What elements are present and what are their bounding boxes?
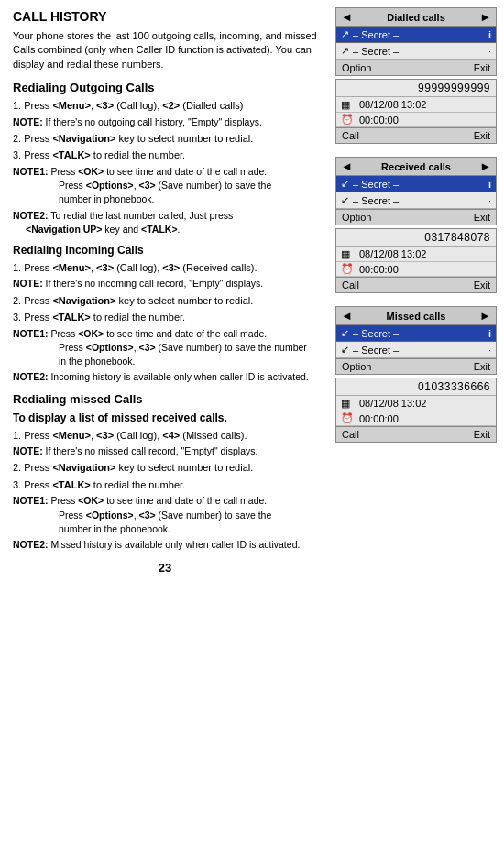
missed-calls-widget: ◄ Missed calls ► ↙ – Secret – i ↙ – Secr… [335, 306, 497, 375]
left-arrow-received[interactable]: ◄ [341, 159, 353, 173]
phone-in-icon-2: ↙ [341, 194, 349, 206]
received-calls-widget: ◄ Received calls ► ↙ – Secret – i ↙ – Se… [335, 157, 497, 225]
dialled-row1-text: – Secret – [353, 29, 399, 40]
calendar-icon-3 [341, 397, 356, 410]
missed-detail-bottom: Call Exit [336, 426, 496, 442]
missed-calls-group: ◄ Missed calls ► ↙ – Secret – i ↙ – Secr… [335, 306, 499, 443]
received-detail-time-row: ⏰ 00:00:00 [336, 262, 496, 277]
section-outgoing: Redialing Outgoing Calls 1. Press <Menu>… [13, 81, 317, 236]
received-bottom-bar: Option Exit [336, 209, 496, 225]
section-incoming: Redialing Incoming Calls 1. Press <Menu>… [13, 244, 317, 385]
step-in-2: 2. Press <Navigation> key to select numb… [13, 293, 317, 309]
dialled-exit[interactable]: Exit [474, 62, 490, 73]
missed-row-selected[interactable]: ↙ – Secret – i [336, 325, 496, 342]
step-ms-1: 1. Press <Menu>, <3> (Call log), <4> (Mi… [13, 428, 317, 444]
missed-detail-exit[interactable]: Exit [474, 429, 490, 440]
note-in-note2: NOTE2: Incoming history is available onl… [13, 370, 317, 384]
info-icon-3: i [488, 328, 491, 339]
received-detail-widget: 0317848078 08/12/08 13:02 ⏰ 00:00:00 Cal… [335, 228, 497, 293]
note-out-1: NOTE: If there's no outgoing call histor… [13, 115, 317, 129]
note-ms-1: NOTE: If there's no missed call record, … [13, 444, 317, 458]
missed-bottom-bar: Option Exit [336, 358, 496, 374]
left-column: CALL HISTORY Your phone stores the last … [0, 0, 330, 593]
dialled-detail-date-row: 08/12/08 13:02 [336, 97, 496, 113]
note-in-1: NOTE: If there's no incoming call record… [13, 277, 317, 290]
calendar-icon-2 [341, 247, 356, 260]
clock-icon-3: ⏰ [341, 412, 356, 424]
dialled-detail-call[interactable]: Call [342, 130, 359, 141]
section-missed: Redialing missed Calls To display a list… [13, 392, 317, 553]
info-icon-2: i [488, 179, 491, 190]
right-arrow-dialled[interactable]: ► [479, 10, 491, 24]
right-arrow-missed[interactable]: ► [479, 309, 491, 323]
received-detail-time: 00:00:00 [359, 264, 399, 275]
section-missed-title: Redialing missed Calls [13, 392, 317, 406]
intro-text: Your phone stores the last 100 outgoing … [13, 29, 317, 71]
missed-option[interactable]: Option [342, 361, 371, 372]
missed-detail-time: 00:00:00 [359, 413, 399, 424]
dialled-row2-text: – Secret – [353, 46, 399, 57]
received-detail-date: 08/12/08 13:02 [359, 248, 426, 259]
missed-calls-label: Missed calls [387, 311, 446, 322]
dot-icon-1: · [488, 46, 491, 57]
dialled-calls-label: Dialled calls [387, 12, 445, 23]
dialled-calls-title-bar: ◄ Dialled calls ► [336, 8, 496, 27]
step-in-1: 1. Press <Menu>, <3> (Call log), <3> (Re… [13, 260, 317, 276]
step-out-1: 1. Press <Menu>, <3> (Call log), <2> (Di… [13, 98, 317, 114]
phone-out-icon-2: ↗ [341, 45, 349, 57]
dialled-bottom-bar: Option Exit [336, 60, 496, 75]
missed-detail-widget: 01033336666 08/12/08 13:02 ⏰ 00:00:00 Ca… [335, 378, 497, 443]
page-number: 23 [13, 561, 317, 584]
missed-row-normal[interactable]: ↙ – Secret – · [336, 342, 496, 358]
received-detail-exit[interactable]: Exit [474, 280, 490, 290]
section-outgoing-title: Redialing Outgoing Calls [13, 81, 317, 94]
missed-row2-text: – Secret – [353, 345, 399, 356]
dialled-detail-date: 08/12/08 13:02 [359, 99, 426, 110]
received-detail-date-row: 08/12/08 13:02 [336, 247, 496, 262]
step-ms-2: 2. Press <Navigation> key to select numb… [13, 460, 317, 476]
right-arrow-received[interactable]: ► [479, 159, 491, 173]
dialled-calls-group: ◄ Dialled calls ► ↗ – Secret – i ↗ – Sec… [335, 7, 499, 144]
note-out-note1: NOTE1: Press <OK> to see time and date o… [13, 165, 317, 207]
right-column: ◄ Dialled calls ► ↗ – Secret – i ↗ – Sec… [330, 0, 504, 593]
dot-icon-3: · [488, 345, 491, 356]
received-detail-call[interactable]: Call [342, 280, 359, 290]
step-out-2: 2. Press <Navigation> key to select numb… [13, 131, 317, 147]
clock-icon-2: ⏰ [341, 263, 356, 275]
missed-detail-call[interactable]: Call [342, 429, 359, 440]
calendar-icon-1 [341, 98, 356, 111]
dialled-calls-widget: ◄ Dialled calls ► ↗ – Secret – i ↗ – Sec… [335, 7, 497, 76]
page-container: CALL HISTORY Your phone stores the last … [0, 0, 504, 593]
note-ms-note2: NOTE2: Missed history is available only … [13, 538, 317, 552]
missed-detail-date-row: 08/12/08 13:02 [336, 396, 496, 411]
note-out-note2: NOTE2: To redial the last number called,… [13, 209, 317, 236]
received-calls-group: ◄ Received calls ► ↙ – Secret – i ↙ – Se… [335, 157, 499, 293]
left-arrow-missed[interactable]: ◄ [341, 309, 353, 323]
missed-detail-date: 08/12/08 13:02 [359, 398, 426, 409]
dot-icon-2: · [488, 195, 491, 206]
received-row-selected[interactable]: ↙ – Secret – i [336, 176, 496, 192]
received-calls-label: Received calls [381, 161, 451, 172]
phone-out-icon-1: ↗ [341, 28, 349, 40]
received-exit[interactable]: Exit [474, 212, 490, 223]
received-detail-bottom: Call Exit [336, 277, 496, 292]
dialled-row-selected[interactable]: ↗ – Secret – i [336, 27, 496, 43]
missed-calls-title-bar: ◄ Missed calls ► [336, 307, 496, 325]
received-calls-title-bar: ◄ Received calls ► [336, 158, 496, 176]
received-row-normal[interactable]: ↙ – Secret – · [336, 192, 496, 209]
phone-in-icon-1: ↙ [341, 178, 349, 190]
received-option[interactable]: Option [342, 212, 371, 223]
missed-exit[interactable]: Exit [474, 361, 490, 372]
left-arrow-dialled[interactable]: ◄ [341, 10, 353, 24]
dialled-row-normal[interactable]: ↗ – Secret – · [336, 43, 496, 60]
missed-detail-number: 01033336666 [336, 378, 496, 396]
dialled-option[interactable]: Option [342, 62, 371, 73]
dialled-detail-time-row: ⏰ 00:00:00 [336, 113, 496, 127]
step-out-3: 3. Press <TALK> to redial the number. [13, 148, 317, 163]
missed-row1-text: – Secret – [353, 328, 399, 339]
dialled-detail-number: 99999999999 [336, 80, 496, 97]
dialled-detail-exit[interactable]: Exit [474, 130, 490, 141]
section-incoming-title: Redialing Incoming Calls [13, 244, 317, 257]
phone-missed-icon-2: ↙ [341, 344, 349, 356]
received-row1-text: – Secret – [353, 179, 399, 190]
